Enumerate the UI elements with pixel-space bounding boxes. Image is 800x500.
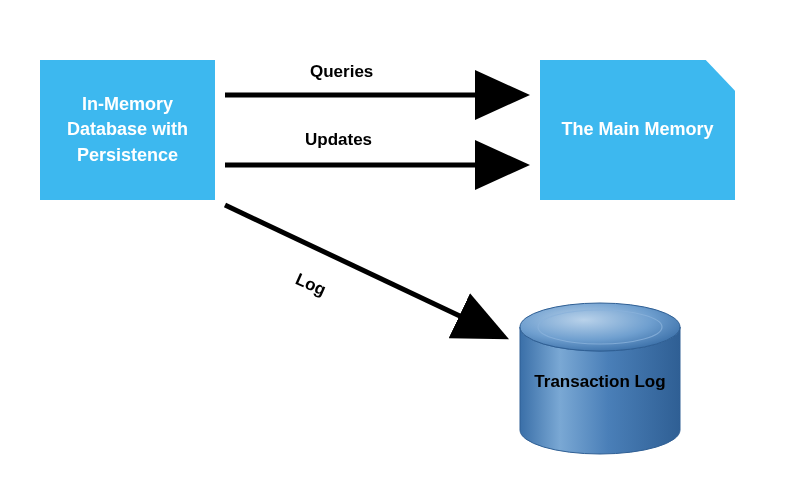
main-memory-label: The Main Memory xyxy=(561,117,713,142)
main-memory-box: The Main Memory xyxy=(540,60,735,200)
log-label: Log xyxy=(292,270,329,301)
arrow-log xyxy=(225,205,500,335)
updates-label: Updates xyxy=(305,130,372,150)
svg-point-2 xyxy=(538,310,662,344)
transaction-log-label: Transaction Log xyxy=(525,370,675,394)
svg-point-1 xyxy=(520,303,680,351)
in-memory-db-label: In-Memory Database with Persistence xyxy=(50,92,205,168)
in-memory-db-box: In-Memory Database with Persistence xyxy=(40,60,215,200)
queries-label: Queries xyxy=(310,62,373,82)
